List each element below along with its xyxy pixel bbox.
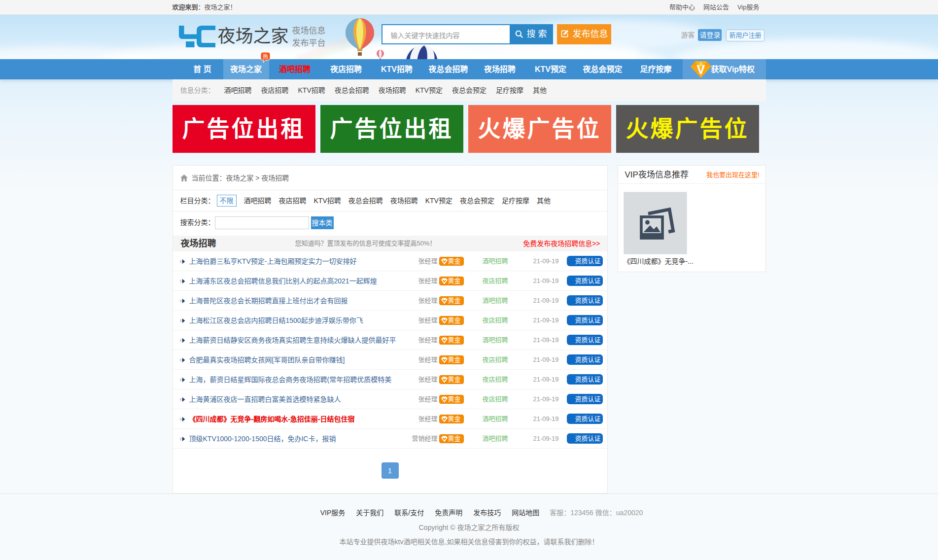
svg-text:V: V [696,63,705,76]
svg-text:热: 热 [263,54,268,60]
